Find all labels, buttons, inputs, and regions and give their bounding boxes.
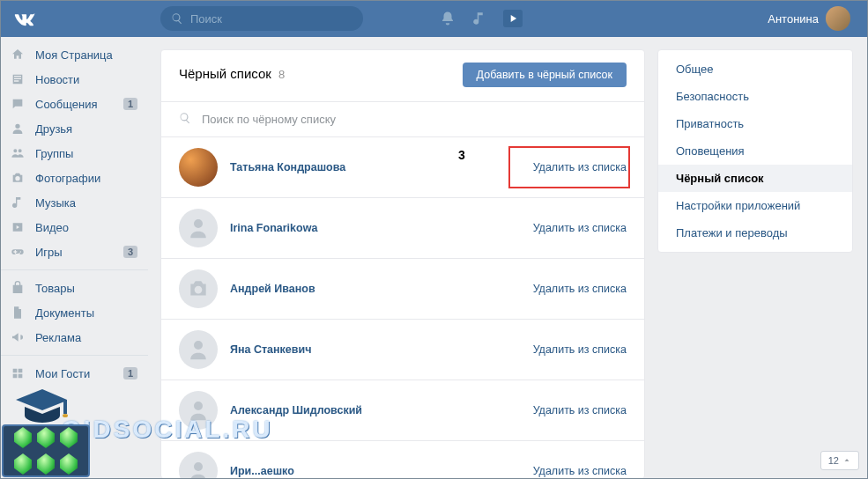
user-name-link[interactable]: Irina Fonarikowa	[230, 222, 317, 234]
user-name-link[interactable]: Яна Станкевич	[230, 343, 311, 356]
chat-icon	[9, 97, 26, 111]
sidebar-item-label: Моя Страница	[35, 48, 113, 62]
settings-tab-privacy[interactable]: Приватность	[658, 110, 852, 137]
settings-tab-blacklist[interactable]: Чёрный список	[658, 165, 852, 192]
user-avatar[interactable]	[179, 148, 218, 187]
sidebar-item-friends[interactable]: Друзья	[0, 116, 148, 141]
vk-logo[interactable]	[12, 6, 37, 31]
sidebar-item-label: Игры	[35, 246, 63, 259]
sidebar-item-label: Реклама	[35, 331, 81, 344]
blacklist-row: Татьяна Кондрашова Удалить из списка 3	[161, 137, 644, 198]
bag-icon	[9, 281, 26, 295]
sidebar-item-news[interactable]: Новости	[0, 67, 148, 92]
blacklist-row: Андрей Иванов Удалить из списка	[161, 259, 644, 320]
sidebar-item-photos[interactable]: Фотографии	[0, 166, 148, 190]
home-icon	[9, 48, 26, 62]
sidebar-item-guests[interactable]: Мои Гости1	[0, 361, 148, 386]
notification-counter[interactable]: 12	[820, 451, 859, 470]
blacklist-row: Александр Шидловский Удалить из списка	[161, 380, 644, 441]
user-avatar[interactable]	[179, 269, 218, 308]
user-name-link[interactable]: Андрей Иванов	[230, 283, 315, 295]
remove-from-list-link[interactable]: Удалить из списка	[533, 222, 627, 234]
blacklist-count: 8	[278, 68, 285, 81]
sidebar-item-market[interactable]: Товары	[0, 276, 148, 300]
user-avatar[interactable]	[179, 452, 218, 479]
sidebar-item-messages[interactable]: Сообщения1	[0, 92, 148, 116]
game-thumbnail[interactable]	[2, 424, 90, 477]
remove-from-list-link[interactable]: Удалить из списка	[533, 465, 627, 477]
notifications-icon[interactable]	[440, 11, 456, 26]
blacklist-search-input[interactable]	[202, 113, 627, 126]
sidebar-item-label: Видео	[35, 221, 69, 234]
user-menu[interactable]: Антонина	[768, 6, 850, 31]
sidebar-item-label: Группы	[35, 147, 73, 160]
topbar: Антонина	[0, 0, 868, 37]
page-title: Чёрный список	[179, 66, 271, 81]
blacklist-row: Яна Станкевич Удалить из списка	[161, 320, 644, 380]
user-name-link[interactable]: Александр Шидловский	[230, 404, 362, 416]
user-name-link[interactable]: Татьяна Кондрашова	[230, 161, 345, 173]
username: Антонина	[768, 12, 819, 26]
sidebar-item-mypage[interactable]: Моя Страница	[0, 42, 148, 67]
doc-icon	[9, 306, 26, 320]
search-icon	[171, 12, 183, 25]
user-avatar[interactable]	[179, 209, 218, 247]
music-icon[interactable]	[471, 11, 487, 26]
search-icon	[179, 112, 191, 127]
blacklist-row: Ири...аешко Удалить из списка	[161, 441, 644, 479]
sidebar-item-docs[interactable]: Документы	[0, 300, 148, 325]
user-icon	[9, 122, 26, 136]
user-avatar[interactable]	[179, 330, 218, 369]
blacklist-search[interactable]	[161, 101, 644, 137]
annotation-callout: 3	[436, 143, 487, 167]
remove-from-list-link[interactable]: Удалить из списка	[533, 404, 627, 416]
sidebar-item-label: Товары	[35, 282, 75, 295]
avatar	[826, 6, 850, 31]
news-icon	[9, 72, 26, 86]
blacklist-row: Irina Fonarikowa Удалить из списка	[161, 198, 644, 259]
music-icon	[9, 195, 26, 210]
sidebar-item-label: Мои Гости	[35, 367, 90, 380]
settings-tab-security[interactable]: Безопасность	[658, 83, 852, 110]
remove-from-list-link[interactable]: Удалить из списка	[533, 343, 627, 356]
sidebar-item-label: Музыка	[35, 196, 76, 210]
camera-icon	[9, 171, 26, 185]
add-to-blacklist-button[interactable]: Добавить в чёрный список	[463, 63, 627, 87]
sidebar-item-groups[interactable]: Группы	[0, 141, 148, 166]
user-avatar[interactable]	[179, 391, 218, 430]
sidebar-item-music[interactable]: Музыка	[0, 190, 148, 215]
sidebar-item-video[interactable]: Видео	[0, 215, 148, 240]
remove-from-list-link[interactable]: Удалить из списка	[533, 283, 627, 295]
left-sidebar: Моя СтраницаНовостиСообщения1ДрузьяГрупп…	[0, 37, 148, 479]
sidebar-badge: 3	[123, 246, 137, 258]
video-play-icon[interactable]	[503, 10, 523, 27]
sidebar-item-label: Сообщения	[35, 98, 98, 111]
sidebar-item-label: Документы	[35, 306, 94, 320]
sidebar-item-label: Фотографии	[35, 172, 100, 185]
sidebar-item-ads[interactable]: Реклама	[0, 325, 148, 350]
sidebar-item-label: Новости	[35, 73, 79, 86]
users-icon	[9, 146, 26, 160]
user-name-link[interactable]: Ири...аешко	[230, 465, 294, 477]
sidebar-item-label: Друзья	[35, 122, 72, 136]
megaphone-icon	[9, 330, 26, 344]
sidebar-badge: 1	[123, 367, 137, 380]
settings-tab-notifications[interactable]: Оповещения	[658, 137, 852, 165]
annotation-highlight	[508, 146, 630, 188]
grid-icon	[9, 366, 26, 380]
sidebar-item-games[interactable]: Игры3	[0, 240, 148, 264]
settings-tab-apps[interactable]: Настройки приложений	[658, 192, 852, 219]
header-search[interactable]	[160, 6, 363, 31]
video-icon	[9, 220, 26, 234]
settings-tab-payments[interactable]: Платежи и переводы	[658, 219, 852, 247]
settings-tab-general[interactable]: Общее	[658, 55, 852, 83]
settings-sidebar: ОбщееБезопасностьПриватностьОповещенияЧё…	[657, 49, 853, 253]
header-search-input[interactable]	[190, 12, 352, 26]
gamepad-icon	[9, 245, 26, 259]
blacklist-card: Чёрный список 8 Добавить в чёрный список…	[160, 49, 645, 479]
sidebar-badge: 1	[123, 98, 137, 110]
